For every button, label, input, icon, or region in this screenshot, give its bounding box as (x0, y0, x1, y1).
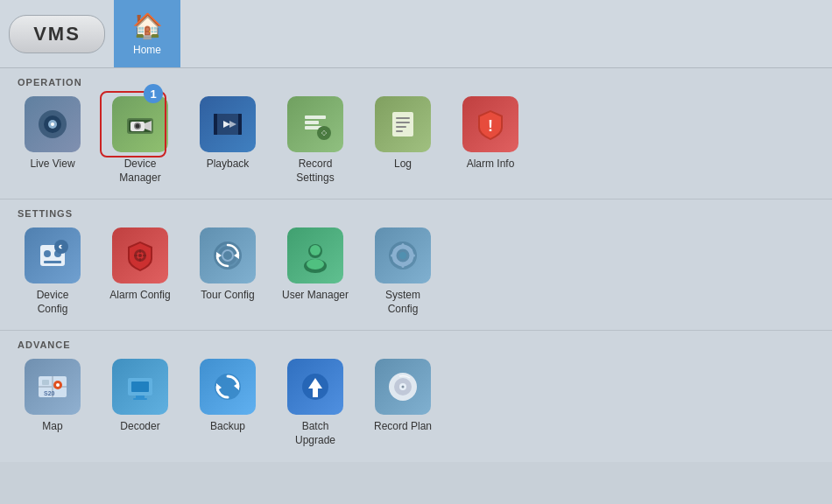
alarm-config-icon-box (112, 228, 168, 284)
svg-rect-59 (42, 380, 49, 385)
icon-item-device-manager[interactable]: 1 DeviceManager (105, 96, 175, 185)
svg-rect-21 (396, 117, 410, 119)
settings-icons-row: DeviceConfig (18, 228, 814, 316)
svg-rect-11 (214, 114, 217, 135)
icon-item-record-settings[interactable]: RecordSettings (280, 96, 350, 185)
device-manager-icon-box (112, 96, 168, 152)
svg-rect-66 (133, 398, 147, 400)
svg-rect-51 (402, 262, 405, 268)
svg-point-27 (44, 250, 51, 257)
home-icon: 🏠 (132, 11, 163, 40)
icon-item-playback[interactable]: Playback (193, 96, 263, 172)
section-advance-label: ADVANCE (18, 340, 814, 350)
home-label: Home (133, 44, 161, 56)
section-settings: SETTINGS DeviceConfig (0, 199, 832, 330)
svg-point-8 (136, 124, 140, 129)
icon-item-tour-config[interactable]: Tour Config (193, 228, 263, 303)
icon-item-map[interactable]: S20 Map (18, 359, 88, 434)
icon-item-device-config[interactable]: DeviceConfig (18, 228, 88, 316)
svg-point-49 (399, 252, 406, 259)
svg-rect-35 (139, 258, 141, 262)
section-operation: OPERATION Live View 1 (0, 68, 832, 199)
device-config-label: DeviceConfig (37, 289, 69, 316)
backup-label: Backup (210, 420, 245, 434)
map-icon-box: S20 (25, 359, 81, 415)
svg-rect-50 (402, 243, 405, 248)
svg-rect-64 (131, 382, 149, 392)
svg-rect-23 (396, 126, 406, 128)
playback-icon-box (200, 96, 256, 152)
svg-text:!: ! (488, 117, 493, 135)
vms-logo: VMS (9, 15, 105, 53)
svg-rect-53 (410, 255, 415, 257)
alarm-info-label: Alarm Info (467, 158, 515, 172)
svg-point-19 (322, 131, 326, 135)
system-config-icon-box (375, 228, 431, 284)
section-settings-label: SETTINGS (18, 208, 814, 219)
record-plan-label: Record Plan (374, 420, 432, 434)
section-operation-label: OPERATION (18, 77, 814, 88)
icon-item-alarm-info[interactable]: ! Alarm Info (455, 96, 525, 172)
svg-point-45 (310, 245, 321, 256)
icon-item-log[interactable]: Log (368, 96, 438, 172)
svg-rect-34 (139, 249, 141, 253)
svg-point-61 (56, 383, 60, 387)
live-view-label: Live View (30, 158, 74, 172)
user-manager-label: User Manager (282, 289, 349, 303)
backup-icon-box (200, 359, 256, 415)
svg-text:S20: S20 (44, 390, 55, 396)
svg-rect-52 (391, 255, 396, 257)
system-config-label: SystemConfig (385, 289, 420, 316)
svg-rect-12 (238, 114, 242, 135)
svg-point-30 (54, 240, 68, 254)
svg-rect-22 (396, 122, 410, 123)
tour-config-label: Tour Config (201, 289, 254, 303)
device-manager-label: DeviceManager (119, 158, 160, 185)
icon-item-alarm-config[interactable]: Alarm Config (105, 228, 175, 303)
decoder-icon-box (112, 359, 168, 415)
alarm-config-label: Alarm Config (109, 289, 170, 303)
batch-upgrade-icon-box (287, 359, 343, 415)
icon-item-user-manager[interactable]: User Manager (280, 228, 350, 303)
svg-rect-20 (392, 112, 413, 136)
map-label: Map (42, 420, 62, 434)
icon-item-decoder[interactable]: Decoder (105, 359, 175, 434)
content-area: OPERATION Live View 1 (0, 68, 832, 462)
svg-rect-16 (305, 121, 319, 124)
icon-item-record-plan[interactable]: Record Plan (368, 359, 438, 434)
svg-point-33 (138, 254, 142, 257)
record-settings-label: RecordSettings (296, 158, 334, 185)
section-advance: ADVANCE S20 (0, 330, 832, 461)
home-tab[interactable]: 🏠 Home (114, 0, 180, 67)
playback-label: Playback (207, 158, 250, 172)
top-bar: VMS 🏠 Home (0, 0, 832, 68)
svg-rect-24 (396, 130, 403, 132)
log-label: Log (394, 158, 412, 172)
operation-icons-row: Live View 1 (18, 96, 814, 185)
svg-rect-29 (44, 261, 61, 263)
svg-rect-65 (136, 396, 145, 398)
decoder-label: Decoder (120, 420, 159, 434)
icon-item-live-view[interactable]: Live View (18, 96, 88, 172)
device-config-icon-box (25, 228, 81, 284)
tour-config-icon-box (200, 228, 256, 284)
svg-point-3 (51, 122, 54, 126)
batch-upgrade-label: BatchUpgrade (295, 420, 335, 447)
icon-item-batch-upgrade[interactable]: BatchUpgrade (280, 359, 350, 447)
svg-rect-15 (305, 116, 326, 119)
log-icon-box (375, 96, 431, 152)
alarm-info-icon-box: ! (462, 96, 518, 152)
user-manager-icon-box (287, 228, 343, 284)
advance-icons-row: S20 Map Decoder (18, 359, 814, 447)
live-view-icon-box (25, 96, 81, 152)
icon-item-system-config[interactable]: SystemConfig (368, 228, 438, 316)
record-settings-icon-box (287, 96, 343, 152)
svg-rect-37 (143, 255, 146, 256)
svg-point-75 (402, 386, 405, 388)
svg-point-46 (307, 259, 324, 270)
svg-rect-36 (134, 255, 137, 256)
record-plan-icon-box (375, 359, 431, 415)
icon-item-backup[interactable]: Backup (193, 359, 263, 434)
